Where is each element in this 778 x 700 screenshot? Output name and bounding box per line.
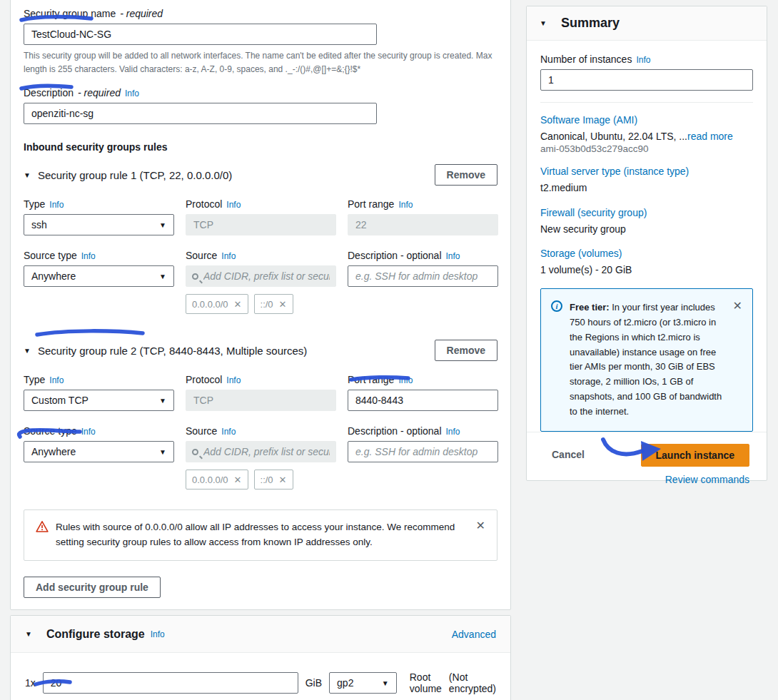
storage-info-link[interactable]: Info	[151, 629, 165, 639]
rule2-protocol-label: Protocol	[186, 374, 222, 385]
summary-header: ▼ Summary	[527, 6, 767, 41]
rule2-protocol-info-link[interactable]: Info	[226, 375, 241, 385]
info-icon: i	[551, 300, 562, 312]
sg-name-label-row: Security group name - required	[24, 8, 497, 19]
rule2-remove-button[interactable]: Remove	[435, 340, 497, 361]
collapse-icon[interactable]: ▼	[25, 630, 32, 638]
cancel-button[interactable]: Cancel	[552, 449, 585, 460]
rule2-source-info-link[interactable]: Info	[221, 427, 236, 437]
summary-footer: Cancel Launch instance Review commands	[527, 432, 767, 497]
rule1-remove-button[interactable]: Remove	[435, 164, 497, 186]
storage-volumes-value: 1 volume(s) - 20 GiB	[540, 263, 753, 277]
storage-advanced-link[interactable]: Advanced	[452, 629, 496, 640]
rule2-port-input[interactable]	[348, 390, 498, 411]
read-more-link[interactable]: read more	[687, 131, 733, 142]
description-label: Description	[24, 87, 74, 98]
instance-type-link[interactable]: Virtual server type (instance type)	[540, 166, 689, 177]
divider	[540, 102, 753, 103]
add-rule-button[interactable]: Add security group rule	[24, 577, 161, 598]
rule2-source-type-info-link[interactable]: Info	[81, 427, 96, 437]
rule1-desc-label: Description - optional	[348, 250, 442, 261]
free-tier-notice: i Free tier: In your first year includes…	[540, 288, 753, 431]
rule1-port-info-link[interactable]: Info	[398, 200, 413, 210]
instance-type-value: t2.medium	[540, 181, 753, 195]
rule2-source-type-label: Source type	[24, 425, 77, 437]
chevron-down-icon: ▼	[159, 273, 166, 280]
rule1-source-type-info-link[interactable]: Info	[81, 251, 96, 261]
rule1-protocol-input	[186, 214, 336, 235]
rule1-type-label: Type	[24, 198, 45, 210]
cidr-tag: ::/0✕	[254, 470, 293, 490]
rule1-source-info-link[interactable]: Info	[221, 251, 236, 261]
rule2-type-label: Type	[24, 374, 45, 385]
sg-name-help: This security group will be added to all…	[24, 49, 497, 76]
rule1-source-type-select[interactable]: Anywhere▼	[24, 265, 174, 287]
cidr-tag: 0.0.0.0/0✕	[186, 470, 248, 490]
close-icon[interactable]: ✕	[476, 520, 485, 532]
rule2-type-info-link[interactable]: Info	[49, 375, 64, 385]
sg-name-required: - required	[120, 8, 163, 19]
rule1-desc-input[interactable]	[348, 265, 498, 287]
chevron-down-icon: ▼	[159, 221, 166, 229]
description-label-row: Description - required Info	[24, 87, 497, 98]
review-commands-link[interactable]: Review commands	[665, 474, 749, 485]
rule2-source-label: Source	[186, 425, 217, 437]
search-icon	[192, 273, 198, 280]
network-settings-panel: Security group name - required This secu…	[10, 0, 511, 610]
rule1-protocol-info-link[interactable]: Info	[226, 200, 241, 210]
search-icon	[192, 449, 198, 455]
summary-title: Summary	[561, 16, 620, 31]
rule1-source-type-label: Source type	[24, 250, 77, 261]
rule2-title: Security group rule 2 (TCP, 8440-8443, M…	[38, 345, 307, 357]
rule1-source-search[interactable]	[186, 265, 336, 287]
volume-type-select[interactable]: gp2▼	[329, 672, 397, 694]
rule2-source-input[interactable]	[203, 446, 330, 457]
remove-tag-icon[interactable]: ✕	[234, 475, 242, 485]
volume-count: 1x	[25, 677, 36, 689]
ami-link[interactable]: Software Image (AMI)	[540, 114, 637, 126]
rule2-desc-info-link[interactable]: Info	[446, 427, 460, 437]
rule1-type-select[interactable]: ssh▼	[24, 214, 174, 235]
firewall-value: New security group	[540, 222, 753, 236]
remove-tag-icon[interactable]: ✕	[279, 299, 287, 310]
rule2-source-search[interactable]	[186, 441, 336, 462]
storage-title: Configure storage	[46, 628, 145, 641]
rule2-protocol-input	[186, 390, 336, 411]
rule2-desc-input[interactable]	[348, 441, 498, 462]
open-cidr-warning: Rules with source of 0.0.0.0/0 allow all…	[24, 509, 497, 561]
rule2-source-type-select[interactable]: Anywhere▼	[24, 441, 174, 462]
collapse-icon[interactable]: ▼	[540, 19, 547, 27]
rule1-desc-info-link[interactable]: Info	[446, 251, 460, 261]
ami-value: Canonical, Ubuntu, 22.04 LTS, ...read mo…	[540, 129, 753, 143]
rule2-port-info-link[interactable]: Info	[398, 375, 413, 385]
warning-icon	[36, 520, 49, 533]
remove-tag-icon[interactable]: ✕	[234, 299, 242, 310]
configure-storage-panel: ▼ Configure storage Info Advanced 1x GiB…	[10, 615, 511, 700]
rule1-header: ▼ Security group rule 1 (TCP, 22, 0.0.0.…	[24, 164, 497, 186]
collapse-icon[interactable]: ▼	[24, 347, 31, 355]
description-info-link[interactable]: Info	[125, 88, 139, 98]
sg-name-input[interactable]	[24, 24, 377, 45]
instances-info-link[interactable]: Info	[636, 55, 650, 65]
remove-tag-icon[interactable]: ✕	[279, 475, 287, 485]
root-volume-label: Root volume	[410, 671, 442, 694]
rule1-type-info-link[interactable]: Info	[49, 200, 64, 210]
storage-volumes-link[interactable]: Storage (volumes)	[540, 248, 622, 259]
free-tier-text: Free tier: In your first year includes 7…	[570, 300, 725, 419]
sg-name-label: Security group name	[24, 8, 116, 19]
close-icon[interactable]: ✕	[733, 300, 742, 419]
storage-volume-row: 1x GiB gp2▼ Root volume (Not encrypted)	[11, 653, 510, 694]
launch-instance-button[interactable]: Launch instance	[641, 444, 749, 467]
volume-unit: GiB	[305, 677, 322, 689]
description-input[interactable]	[24, 103, 377, 124]
instances-input[interactable]	[540, 69, 753, 91]
firewall-link[interactable]: Firewall (security group)	[540, 207, 647, 218]
rule1-source-input[interactable]	[203, 270, 330, 282]
rule2-type-select[interactable]: Custom TCP▼	[24, 390, 174, 411]
description-required: - required	[78, 87, 121, 98]
volume-size-input[interactable]	[43, 672, 298, 694]
instances-label: Number of instances	[540, 54, 632, 65]
rule2-header: ▼ Security group rule 2 (TCP, 8440-8443,…	[24, 340, 497, 361]
rule1-port-input	[348, 214, 498, 235]
collapse-icon[interactable]: ▼	[24, 171, 31, 179]
